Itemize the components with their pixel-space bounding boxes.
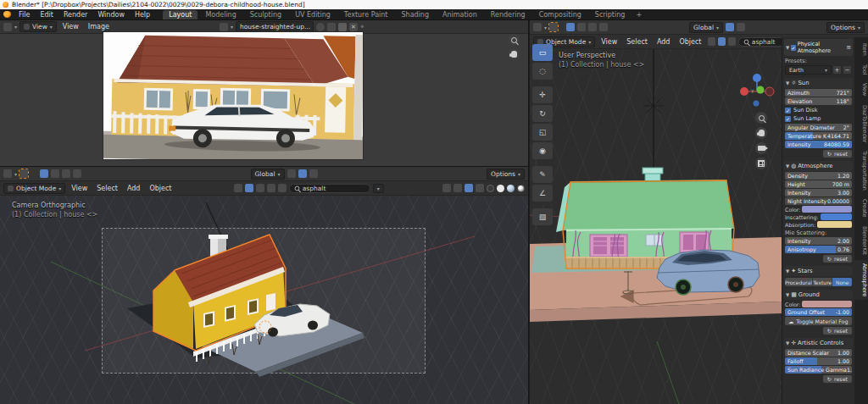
menu-help[interactable]: Help [131, 10, 154, 19]
shading-wireframe-icon[interactable] [487, 185, 494, 192]
tool-rotate[interactable]: ↻ [532, 105, 553, 122]
active-tool-cursor-icon[interactable] [549, 23, 558, 31]
viewport-menu-view[interactable]: View [598, 38, 620, 46]
reference-image[interactable] [103, 32, 363, 159]
anisotropy-slider[interactable]: Anisotropy0.76 [785, 246, 852, 253]
gizmos-icon[interactable] [453, 184, 462, 192]
proportional-edit-icon[interactable] [737, 23, 745, 31]
open-image-icon[interactable] [338, 23, 347, 31]
options-dropdown[interactable]: Options ▾ [826, 22, 865, 33]
tool-measure[interactable]: ∠ [532, 185, 553, 202]
viewport-menu-object[interactable]: Object [676, 38, 704, 46]
pivot-point-icon[interactable] [442, 184, 451, 192]
distance-scalar-field[interactable]: Distance Scalar1.00 [785, 349, 852, 357]
tool-move[interactable]: ✛ [532, 86, 553, 103]
viewport-menu-add[interactable]: Add [654, 38, 674, 46]
blender-app-icon[interactable] [3, 11, 11, 18]
select-mode-box-icon[interactable] [51, 169, 59, 178]
tool-select-box[interactable]: ▭ [532, 44, 553, 61]
mie-intensity-field[interactable]: Intensity2.00 [785, 237, 852, 245]
panel-enable-checkbox[interactable]: ✓ [791, 45, 796, 51]
pin-icon[interactable]: ⌖ [360, 23, 364, 31]
sun-reset-button[interactable]: ↻reset [823, 150, 852, 158]
unlink-image-icon[interactable]: ✕ [349, 23, 358, 31]
sidebar-tab-daztoblender[interactable]: DazToBlender [856, 102, 868, 146]
menu-render[interactable]: Render [59, 10, 92, 19]
sidebar-tab-atmosphere[interactable]: Atmosphere [854, 260, 868, 300]
artistic-reset-button[interactable]: ↻reset [823, 375, 852, 383]
tool-transform[interactable]: ◉ [532, 142, 553, 159]
ortho-toggle-icon[interactable] [755, 158, 767, 169]
zoom-icon[interactable] [755, 112, 767, 124]
browse-image-icon[interactable] [220, 23, 228, 31]
search-filter-dropdown[interactable]: ▾ [373, 184, 384, 193]
select-mode-circle-icon[interactable] [588, 23, 597, 31]
sidebar-tab-create[interactable]: Create [856, 196, 868, 221]
atmosphere-intensity-field[interactable]: Intensity3.00 [785, 189, 852, 196]
atmosphere-section-header[interactable]: ▼◍ Atmosphere [784, 161, 853, 171]
sun-lamp-checkbox[interactable]: ✓Sun Lamp [785, 115, 852, 122]
menu-file[interactable]: File [14, 10, 34, 19]
workspace-tab-texture-paint[interactable]: Texture Paint [338, 10, 394, 19]
tool-cursor[interactable]: ◌ [532, 63, 553, 80]
snap-target-icon[interactable] [298, 169, 307, 178]
camera-view-icon[interactable] [755, 142, 767, 154]
sidebar-tab-tool[interactable]: Tool [856, 61, 868, 79]
visibility-sphere-icon[interactable] [718, 37, 726, 46]
menu-edit[interactable]: Edit [36, 10, 58, 19]
stars-none-option[interactable]: None [832, 278, 852, 286]
zoom-icon[interactable] [508, 34, 520, 46]
new-image-icon[interactable] [327, 23, 336, 31]
transform-orientation-dropdown[interactable]: Global ▾ [251, 169, 285, 180]
workspace-tab-rendering[interactable]: Rendering [485, 10, 531, 19]
atmosphere-reset-button[interactable]: ↻reset [823, 255, 852, 263]
select-mode-box-icon[interactable] [577, 23, 586, 31]
visibility-armature-icon[interactable] [728, 37, 736, 46]
sidebar-tab-transportation[interactable]: Transportation [856, 147, 868, 194]
viewport-camera-canvas[interactable]: Camera Orthographic (1) Collection | hou… [0, 196, 528, 404]
visibility-armature-icon[interactable] [256, 184, 264, 192]
ground-color-swatch[interactable] [802, 301, 852, 307]
editor-type-icon[interactable] [3, 169, 12, 178]
angular-diameter-field[interactable]: Angular Diameter2° [785, 124, 852, 131]
select-mode-circle-icon[interactable] [62, 169, 70, 178]
active-tool-cursor-icon[interactable] [19, 169, 28, 178]
editor-type-icon[interactable] [3, 23, 12, 31]
options-dropdown[interactable]: Options ▾ [487, 169, 525, 180]
shading-solid-icon[interactable] [497, 185, 504, 192]
workspace-tab-sculpting[interactable]: Sculpting [244, 10, 287, 19]
visibility-light-icon[interactable] [278, 184, 287, 192]
mode-dropdown[interactable]: Object Mode ▾ [3, 183, 65, 194]
temperature-slider[interactable]: Temperature K4164.71 [785, 132, 852, 140]
workspace-tab-animation[interactable]: Animation [437, 10, 483, 19]
atmosphere-color-swatch[interactable] [802, 206, 852, 213]
image-menu-view[interactable]: View [59, 23, 82, 30]
workspace-tab-uv-editing[interactable]: UV Editing [289, 10, 337, 19]
night-intensity-field[interactable]: Night Intensity0.00000 [785, 197, 852, 205]
sun-intensity-slider[interactable]: Intensity84080.59 [785, 141, 852, 148]
snap-magnet-icon[interactable] [287, 169, 296, 178]
workspace-tab-shading[interactable]: Shading [395, 10, 435, 19]
transform-orientation-dropdown[interactable]: Global ▾ [689, 22, 723, 33]
panel-menu-icon[interactable]: ≡ [846, 44, 851, 51]
toggle-material-fog-button[interactable]: ☁ Toggle Material Fog [785, 317, 852, 325]
sidebar-tab-view[interactable]: View [856, 80, 868, 99]
ground-reset-button[interactable]: ↻reset [823, 327, 852, 335]
tool-scale[interactable]: ◱ [532, 124, 553, 141]
snap-magnet-icon[interactable] [726, 23, 734, 31]
sidebar-tab-blenderkit[interactable]: BlenderKit [856, 223, 868, 258]
shading-rendered-icon[interactable] [517, 185, 525, 192]
sidebar-tab-item[interactable]: Item [856, 40, 868, 59]
absorption-color-swatch[interactable] [817, 221, 852, 228]
select-mode-tweak-icon[interactable] [40, 169, 48, 178]
sun-radiance-gamma-slider[interactable]: Sun Radiance Gamma1.00 [785, 366, 852, 374]
falloff-slider[interactable]: Falloff1.00 [785, 357, 852, 365]
select-mode-tweak-icon[interactable] [566, 23, 575, 31]
image-mode-dropdown[interactable]: View ▾ [19, 21, 57, 32]
remove-preset-button[interactable]: − [843, 65, 852, 75]
inscattering-color-swatch[interactable] [821, 213, 852, 220]
azimuth-field[interactable]: Azimuth721° [785, 89, 852, 97]
tool-add-cube[interactable]: ▧ [532, 208, 553, 225]
ground-offset-slider[interactable]: Ground Offset-1.00 [785, 308, 852, 316]
workspace-tab-scripting[interactable]: Scripting [589, 10, 632, 19]
